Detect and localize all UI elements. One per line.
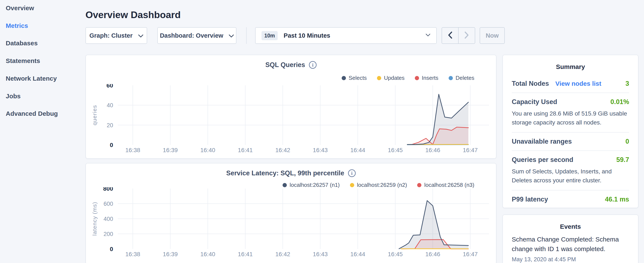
svg-text:latency (ms): latency (ms) — [92, 202, 98, 236]
events-title: Events — [512, 223, 629, 230]
sidebar-item-statements[interactable]: Statements — [6, 57, 40, 65]
unavailable-ranges-section: Unavailable ranges 0 — [512, 133, 629, 151]
legend-item: Inserts — [415, 75, 438, 81]
chevron-right-icon — [464, 32, 469, 40]
svg-text:0: 0 — [110, 246, 113, 252]
info-icon[interactable]: i — [348, 169, 356, 177]
chevron-down-icon — [229, 32, 234, 39]
info-icon[interactable]: i — [309, 61, 316, 69]
svg-text:queries: queries — [92, 105, 98, 125]
p99-latency-label: P99 latency — [512, 195, 548, 203]
svg-text:200: 200 — [104, 231, 113, 237]
svg-text:16:45: 16:45 — [388, 251, 403, 257]
queries-per-second-label: Queries per second — [512, 156, 573, 164]
sidebar-nav: OverviewMetricsDatabasesStatementsNetwor… — [0, 0, 85, 263]
svg-text:40: 40 — [107, 102, 113, 109]
sidebar-item-network-latency[interactable]: Network Latency — [6, 74, 57, 83]
summary-title: Summary — [512, 63, 629, 70]
svg-text:16:39: 16:39 — [163, 147, 178, 153]
chevron-left-icon — [448, 32, 452, 40]
sidebar-item-jobs[interactable]: Jobs — [6, 92, 20, 100]
svg-text:16:43: 16:43 — [313, 251, 328, 257]
svg-text:16:42: 16:42 — [275, 251, 290, 257]
event-timestamp: May 13, 2020 at 4:45 PM — [512, 256, 629, 263]
legend-dot-icon — [417, 183, 422, 187]
next-time-button[interactable] — [458, 28, 475, 43]
overview-dashboard-page: { "header": { "title": "Overview Dashboa… — [0, 0, 644, 263]
sidebar-item-overview[interactable]: Overview — [6, 4, 34, 12]
svg-text:800: 800 — [103, 187, 113, 192]
svg-text:16:38: 16:38 — [126, 251, 140, 257]
svg-text:16:40: 16:40 — [200, 147, 215, 153]
time-range-label: Past 10 Minutes — [284, 32, 426, 39]
sidebar-item-databases[interactable]: Databases — [6, 39, 38, 48]
queries-per-second-description: Sum of Selects, Updates, Inserts, and De… — [512, 167, 629, 185]
total-nodes-section: Total Nodes View nodes list 3 — [512, 75, 629, 93]
legend-dot-icon — [350, 183, 354, 187]
svg-text:0: 0 — [110, 142, 113, 148]
svg-text:16:39: 16:39 — [163, 251, 178, 257]
legend-dot-icon — [282, 183, 287, 187]
view-nodes-list-link[interactable]: View nodes list — [555, 80, 601, 87]
svg-text:400: 400 — [104, 216, 113, 222]
service-latency-chart-card: Service Latency: SQL, 99th percentile i … — [86, 163, 496, 263]
chart-title: Service Latency: SQL, 99th percentile — [226, 169, 344, 177]
event-message[interactable]: Schema Change Completed: Schema change w… — [512, 234, 629, 254]
capacity-used-description: You are using 28.6 MiB of 515.9 GiB usab… — [512, 109, 629, 127]
unavailable-ranges-value: 0 — [626, 138, 629, 145]
capacity-used-label: Capacity Used — [512, 98, 557, 106]
capacity-used-section: Capacity Used 0.01% You are using 28.6 M… — [512, 93, 629, 133]
time-step-buttons — [442, 27, 475, 44]
events-panel: Events Schema Change Completed: Schema c… — [502, 214, 638, 263]
capacity-used-value: 0.01% — [610, 98, 629, 106]
unavailable-ranges-label: Unavailable ranges — [512, 138, 572, 145]
chart-legend: SelectsUpdatesInsertsDeletes — [342, 75, 474, 81]
legend-dot-icon — [448, 76, 453, 80]
p99-latency-section: P99 latency 46.1 ms — [512, 190, 629, 208]
legend-item: Updates — [377, 75, 404, 81]
previous-time-button[interactable] — [442, 28, 458, 43]
svg-text:60: 60 — [106, 84, 113, 89]
p99-latency-value: 46.1 ms — [605, 195, 629, 203]
chevron-down-icon — [138, 32, 143, 39]
svg-text:16:42: 16:42 — [275, 147, 290, 153]
chevron-down-icon — [426, 34, 430, 38]
page-title: Overview Dashboard — [86, 9, 181, 21]
sql-queries-chart-card: SQL Queries i SelectsUpdatesInsertsDelet… — [86, 55, 496, 159]
svg-text:20: 20 — [107, 122, 113, 129]
legend-dot-icon — [415, 76, 419, 80]
svg-text:16:47: 16:47 — [463, 251, 478, 257]
graph-scope-label: Graph: Cluster — [89, 32, 132, 39]
svg-text:16:40: 16:40 — [200, 251, 215, 257]
legend-dot-icon — [342, 76, 346, 80]
svg-text:600: 600 — [104, 201, 113, 207]
svg-text:16:46: 16:46 — [425, 251, 440, 257]
sidebar-item-metrics[interactable]: Metrics — [6, 22, 28, 30]
svg-text:16:44: 16:44 — [350, 251, 365, 257]
now-button[interactable]: Now — [480, 27, 505, 44]
graph-scope-dropdown[interactable]: Graph: Cluster — [86, 27, 147, 44]
legend-dot-icon — [377, 76, 381, 80]
sidebar-item-advanced-debug[interactable]: Advanced Debug — [6, 109, 58, 118]
svg-text:16:43: 16:43 — [313, 147, 328, 153]
svg-text:16:47: 16:47 — [463, 147, 478, 153]
svg-text:16:44: 16:44 — [350, 147, 365, 153]
svg-text:16:41: 16:41 — [238, 147, 253, 153]
queries-per-second-value: 59.7 — [616, 156, 629, 164]
dashboard-label: Dashboard: Overview — [160, 32, 223, 39]
svg-text:16:38: 16:38 — [126, 147, 140, 153]
svg-text:16:41: 16:41 — [238, 251, 253, 257]
chart-title: SQL Queries — [265, 61, 305, 69]
controls-divider — [246, 27, 247, 44]
summary-panel: Summary Total Nodes View nodes list 3 Ca… — [502, 55, 638, 208]
legend-item: Deletes — [448, 75, 474, 81]
dashboard-dropdown[interactable]: Dashboard: Overview — [157, 27, 236, 44]
svg-text:16:46: 16:46 — [425, 147, 440, 153]
total-nodes-value: 3 — [626, 80, 629, 87]
time-range-selector[interactable]: 10m Past 10 Minutes — [255, 27, 437, 44]
legend-item: Selects — [342, 75, 367, 81]
queries-per-second-section: Queries per second 59.7 Sum of Selects, … — [512, 151, 629, 190]
time-range-badge: 10m — [262, 31, 278, 40]
svg-text:16:45: 16:45 — [388, 147, 403, 153]
total-nodes-label: Total Nodes — [512, 80, 549, 87]
